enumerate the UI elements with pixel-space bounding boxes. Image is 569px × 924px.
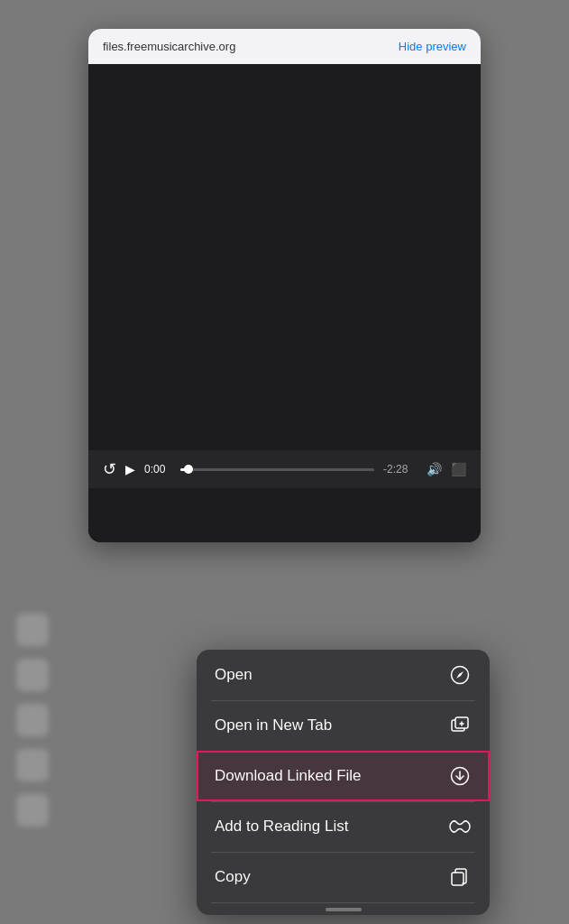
scroll-indicator <box>326 908 362 911</box>
sidebar-dot-2 <box>16 659 49 691</box>
menu-item-reading-list[interactable]: Add to Reading List <box>197 801 490 852</box>
menu-item-open-new-tab-label: Open in New Tab <box>215 716 332 735</box>
volume-icon[interactable]: 🔊 <box>427 462 442 476</box>
svg-marker-1 <box>456 671 463 679</box>
time-current: 0:00 <box>144 463 171 476</box>
compass-icon <box>448 663 472 687</box>
menu-item-open-new-tab[interactable]: Open in New Tab <box>197 700 490 751</box>
sidebar-dot-3 <box>16 704 49 736</box>
sidebar-dot-4 <box>16 749 49 781</box>
reading-list-icon <box>448 815 472 838</box>
audio-player: ↺ ▶ 0:00 -2:28 🔊 ⬛ <box>88 450 481 488</box>
menu-item-copy[interactable]: Copy <box>197 852 490 902</box>
menu-item-copy-label: Copy <box>215 868 251 886</box>
copy-icon <box>448 865 472 889</box>
preview-content: ↺ ▶ 0:00 -2:28 🔊 ⬛ <box>88 64 481 542</box>
menu-item-open[interactable]: Open <box>197 650 490 700</box>
svg-rect-8 <box>452 873 463 885</box>
replay-icon[interactable]: ↺ <box>103 459 116 479</box>
new-tab-icon <box>448 714 472 737</box>
play-button[interactable]: ▶ <box>125 462 135 476</box>
menu-item-open-label: Open <box>215 666 252 684</box>
time-end: -2:28 <box>383 463 418 476</box>
airplay-icon[interactable]: ⬛ <box>451 462 466 476</box>
preview-card: files.freemusicarchive.org Hide preview … <box>88 29 481 542</box>
progress-bar[interactable] <box>180 468 374 471</box>
menu-item-reading-list-label: Add to Reading List <box>215 818 348 836</box>
hide-preview-button[interactable]: Hide preview <box>399 40 466 53</box>
sidebar-dot-5 <box>16 794 49 827</box>
menu-item-download[interactable]: Download Linked File <box>197 751 490 801</box>
sidebar-dots <box>16 614 49 827</box>
context-menu: Open Open in New Tab Download Linked Fil… <box>197 650 490 915</box>
preview-header: files.freemusicarchive.org Hide preview <box>88 29 481 64</box>
preview-url: files.freemusicarchive.org <box>103 40 235 53</box>
sidebar-dot-1 <box>16 614 49 646</box>
progress-thumb <box>184 465 193 474</box>
menu-item-download-label: Download Linked File <box>215 767 362 785</box>
download-icon <box>448 764 472 788</box>
